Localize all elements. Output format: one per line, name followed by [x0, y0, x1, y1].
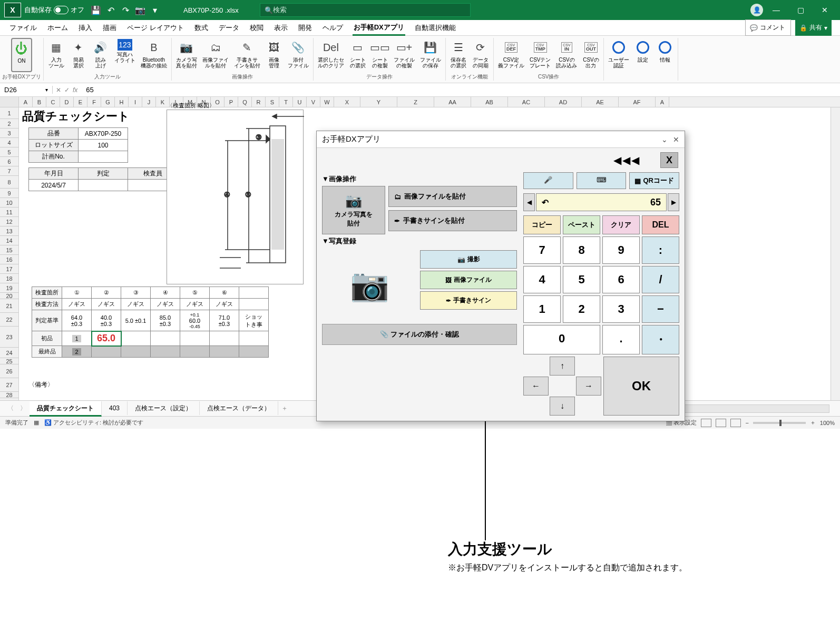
check-cell[interactable]: ①: [62, 287, 92, 299]
copy-button[interactable]: コピー: [523, 215, 561, 234]
save-icon[interactable]: 💾: [89, 3, 103, 17]
ribbon-tab[interactable]: データ: [218, 21, 240, 35]
page-layout-icon[interactable]: [716, 419, 726, 427]
check-cell[interactable]: [151, 346, 180, 358]
normal-view-icon[interactable]: [701, 419, 711, 427]
camera-paste-button[interactable]: 📷 カメラ写真を 貼付: [322, 186, 385, 234]
info-cell[interactable]: ロットサイズ: [29, 140, 79, 151]
left-button[interactable]: ←: [523, 377, 549, 396]
row-header[interactable]: 12: [0, 217, 19, 226]
col-header[interactable]: G: [101, 97, 115, 107]
check-cell[interactable]: [239, 346, 269, 358]
check-cell[interactable]: [210, 331, 239, 346]
row-header[interactable]: 3: [0, 129, 19, 138]
row-header[interactable]: 10: [0, 198, 19, 208]
user-avatar-icon[interactable]: 👤: [750, 4, 763, 16]
row-header[interactable]: 23: [0, 327, 19, 348]
ribbon-button[interactable]: 📎添付 ファイル: [286, 38, 311, 72]
col-header[interactable]: W: [320, 97, 334, 107]
ribbon-button[interactable]: ▭シート の選択: [347, 38, 368, 72]
ribbon-tab[interactable]: 校閲: [249, 21, 265, 35]
sheet-tab[interactable]: 点検エース（設定）: [128, 401, 200, 415]
row-header[interactable]: 18: [0, 274, 19, 283]
check-cell[interactable]: ノギス: [151, 299, 180, 310]
keypad-key-−[interactable]: −: [642, 295, 679, 323]
qr-button[interactable]: ▦ QRコード: [629, 172, 679, 189]
ribbon-tab[interactable]: 描画: [102, 21, 118, 35]
ribbon-button[interactable]: CSVOUTCSVの 出力: [580, 38, 601, 72]
check-cell[interactable]: [239, 331, 269, 346]
col-header[interactable]: P: [224, 97, 238, 107]
clear-x-button[interactable]: X: [660, 152, 678, 168]
check-cell[interactable]: +0.160.0-0.45: [180, 310, 210, 331]
check-cell[interactable]: ⑤: [180, 287, 210, 299]
tab-nav-prev[interactable]: 〈: [4, 404, 17, 413]
check-cell[interactable]: ⑥: [210, 287, 239, 299]
info-cell[interactable]: ABX70P-250: [79, 128, 128, 140]
keypad-key-1[interactable]: 1: [523, 295, 561, 323]
keypad-key-7[interactable]: 7: [523, 236, 561, 264]
maximize-button[interactable]: ▢: [789, 0, 812, 20]
row-header[interactable]: 2: [0, 119, 19, 129]
col-header[interactable]: AE: [582, 97, 619, 107]
check-cell[interactable]: 85.0 ±0.3: [151, 310, 180, 331]
ribbon-tab[interactable]: 自動選択機能: [414, 21, 457, 35]
col-header[interactable]: AD: [545, 97, 582, 107]
row-header[interactable]: 11: [0, 208, 19, 217]
info-cell[interactable]: 判定: [79, 168, 128, 180]
stats-icon[interactable]: ▦: [34, 419, 39, 426]
check-cell[interactable]: [180, 346, 210, 358]
signature-button[interactable]: ✒手書きサイン: [420, 291, 517, 310]
keypad-key-5[interactable]: 5: [563, 266, 600, 293]
row-header[interactable]: 6: [0, 157, 19, 166]
ribbon-button[interactable]: BBluetooth 機器の接続: [139, 38, 169, 72]
mic-button[interactable]: 🎤: [523, 172, 573, 189]
keypad-key-2[interactable]: 2: [563, 295, 600, 323]
row-header[interactable]: 17: [0, 264, 19, 274]
check-cell[interactable]: ③: [121, 287, 151, 299]
col-header[interactable]: A: [19, 97, 33, 107]
col-header[interactable]: S: [266, 97, 279, 107]
check-cell[interactable]: ノギス: [180, 299, 210, 310]
check-cell[interactable]: ショットき事: [239, 310, 269, 331]
ribbon-tab[interactable]: 表示: [273, 21, 289, 35]
comment-button[interactable]: 💬コメント: [745, 19, 791, 36]
keypad-key-4[interactable]: 4: [523, 266, 561, 293]
ribbon-tab[interactable]: ホーム: [46, 21, 69, 35]
keypad-key-・[interactable]: ・: [642, 325, 679, 354]
scrollbar-vertical[interactable]: [831, 107, 840, 400]
panel-close-icon[interactable]: ✕: [673, 135, 679, 144]
col-header[interactable]: E: [74, 97, 87, 107]
col-header[interactable]: A: [656, 97, 669, 107]
next-button[interactable]: ▶: [668, 193, 679, 211]
ribbon-button[interactable]: 📷カメラ写 真を貼付: [174, 38, 199, 72]
ribbon-button[interactable]: 123写真ハ イライト: [112, 38, 138, 72]
ribbon-tab[interactable]: ファイル: [8, 21, 38, 35]
row-header[interactable]: 7: [0, 166, 19, 176]
attach-file-button[interactable]: 📎 ファイルの添付・確認: [322, 324, 517, 345]
check-cell[interactable]: 1: [62, 331, 92, 346]
info-cell[interactable]: 100: [79, 140, 128, 151]
keypad-key-3[interactable]: 3: [602, 295, 640, 323]
imagefile-button[interactable]: 🖼画像ファイル: [420, 271, 517, 289]
cancel-icon[interactable]: ✕: [56, 86, 61, 94]
col-header[interactable]: R: [252, 97, 266, 107]
minimize-button[interactable]: —: [765, 0, 787, 20]
check-cell[interactable]: 初品: [32, 331, 62, 346]
col-header[interactable]: C: [46, 97, 60, 107]
accessibility-status[interactable]: ♿ アクセシビリティ: 検討が必要です: [44, 419, 143, 427]
col-header[interactable]: AA: [434, 97, 471, 107]
col-header[interactable]: U: [293, 97, 307, 107]
accept-icon[interactable]: ✓: [64, 86, 70, 94]
panel-min-icon[interactable]: ⌄: [661, 135, 668, 144]
row-header[interactable]: 29: [0, 398, 19, 400]
check-cell[interactable]: [92, 346, 121, 358]
check-cell[interactable]: ④: [151, 287, 180, 299]
paste-button[interactable]: ペースト: [563, 215, 600, 234]
check-cell[interactable]: ノギス: [121, 299, 151, 310]
check-cell[interactable]: [239, 299, 269, 310]
del-button[interactable]: DEL: [642, 215, 679, 234]
sheet-tab[interactable]: 品質チェックシート: [30, 401, 102, 417]
row-header[interactable]: 8: [0, 176, 19, 189]
more-icon[interactable]: ▾: [148, 3, 162, 17]
